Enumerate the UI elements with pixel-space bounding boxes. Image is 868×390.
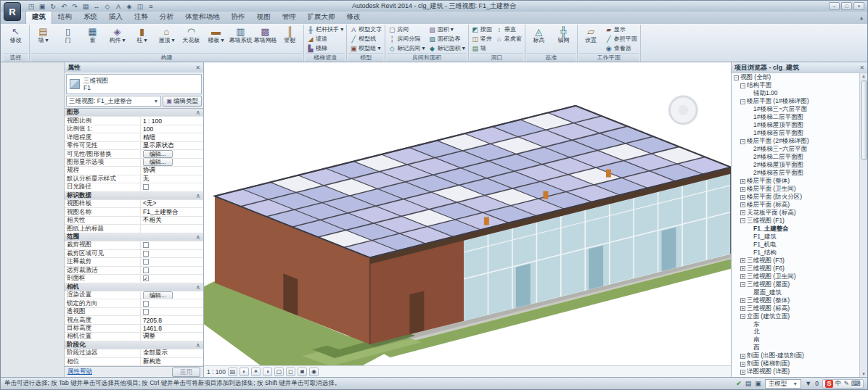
sync-icon[interactable]: ↻ [49, 2, 57, 11]
expand-icon[interactable]: + [740, 370, 745, 375]
ribbon-button-老虎窗[interactable]: ⌂老虎窗 [494, 34, 523, 43]
ribbon-button-模型文字[interactable]: A模型文字 [348, 25, 383, 34]
building-model[interactable] [215, 106, 731, 344]
ribbon-button-面积[interactable]: ▧面积 ▾ [427, 25, 467, 34]
collapse-icon[interactable]: − [740, 282, 745, 287]
browser-item-立面 (建筑立面)[interactable]: −立面 (建筑立面) [732, 312, 859, 320]
browser-item-北[interactable]: 北 [732, 328, 859, 336]
collapse-icon[interactable]: ∧ [196, 233, 203, 241]
crop-view-icon[interactable]: ▢ [274, 368, 284, 376]
drawing-area[interactable]: 1 : 100 ▤◐☀◑▢◻◙◉ [204, 62, 731, 377]
temporary-hide-icon[interactable]: ◙ [298, 368, 307, 376]
workset-status-icon[interactable]: ✔ [736, 380, 742, 387]
ribbon-button-查看器[interactable]: ◉查看器 [604, 43, 639, 53]
ribbon-tab-视图[interactable]: 视图 [251, 11, 277, 24]
browser-item-三维视图 (卫生间)[interactable]: +三维视图 (卫生间) [732, 273, 859, 281]
ribbon-tab-注释[interactable]: 注释 [128, 11, 154, 24]
ribbon-button-设置[interactable]: ▱设置 [579, 25, 603, 43]
property-value[interactable]: 新构造 [140, 358, 203, 365]
expand-icon[interactable]: + [740, 274, 745, 279]
browser-item-结构平面[interactable]: −结构平面 [732, 82, 859, 90]
scale-control[interactable]: 1 : 100 [207, 368, 226, 376]
browser-item-楼层平面 (2#楼梯详图)[interactable]: −楼层平面 (2#楼梯详图) [732, 138, 859, 146]
filter-icon[interactable]: ▼ [805, 380, 811, 387]
ribbon-button-构件[interactable]: ◈构件 ▾ [105, 25, 129, 43]
browser-item-剖面 (楼梯剖面)[interactable]: +剖面 (楼梯剖面) [732, 360, 859, 368]
expand-icon[interactable]: + [740, 258, 745, 263]
visual-style-icon[interactable]: ◐ [239, 368, 249, 376]
browser-item-三维视图 (F3)[interactable]: +三维视图 (F3) [732, 257, 859, 265]
expand-icon[interactable]: + [740, 202, 745, 207]
steering-wheel-widget[interactable] [669, 96, 697, 124]
expand-icon[interactable]: + [740, 195, 745, 200]
minimize-ribbon-icon[interactable]: ▴ [860, 14, 863, 21]
ribbon-button-标记面积[interactable]: ◆标记面积 ▾ [427, 43, 467, 53]
browser-item-2#楼梯二层平面图[interactable]: 2#楼梯二层平面图 [732, 154, 859, 162]
ribbon-button-轴网[interactable]: ╬轴网 [552, 25, 576, 43]
design-option-selector[interactable]: 主模型▼ [765, 379, 801, 389]
browser-item-F1_结构[interactable]: F1_结构 [732, 249, 859, 257]
property-value[interactable]: 全部显示 [140, 349, 203, 357]
3d-view-canvas[interactable] [204, 62, 731, 365]
browser-item-2#楼梯屋顶平面图[interactable]: 2#楼梯屋顶平面图 [732, 162, 859, 170]
browser-item-楼层平面 (卫生间)[interactable]: +楼层平面 (卫生间) [732, 186, 859, 194]
property-value[interactable]: 1461.8 [140, 325, 203, 332]
browser-item-1#楼梯屋顶平面图[interactable]: 1#楼梯屋顶平面图 [732, 122, 859, 130]
apply-button[interactable]: 应用 [172, 368, 200, 377]
ribbon-button-面积边界[interactable]: ▨面积边界 [427, 34, 467, 43]
ribbon-tab-扩展大师[interactable]: 扩展大师 [302, 11, 341, 24]
sun-path-icon[interactable]: ☀ [251, 368, 261, 376]
scroll-down-icon[interactable]: ▼ [861, 372, 866, 376]
ime-logo-icon[interactable]: S [825, 380, 833, 388]
keyboard-icon[interactable]: ⌨ [851, 380, 861, 387]
checkbox-unchecked[interactable] [143, 242, 149, 248]
edit-button[interactable]: 编辑... [143, 291, 173, 299]
browser-item-详图视图 (详图)[interactable]: +详图视图 (详图) [732, 368, 859, 376]
ribbon-button-标记房间[interactable]: ◇标记房间 ▾ [387, 43, 426, 53]
ribbon-tab-体量和场地[interactable]: 体量和场地 [179, 11, 226, 24]
ribbon-tab-协作[interactable]: 协作 [226, 11, 251, 24]
design-options-icon[interactable]: ▣ [755, 380, 761, 387]
ribbon-button-窗[interactable]: ▦窗 [81, 25, 105, 43]
checkbox-unchecked[interactable] [143, 301, 149, 307]
property-value[interactable]: <无> [140, 200, 203, 207]
collapse-icon[interactable]: − [740, 99, 745, 104]
property-value[interactable]: 编辑... [140, 291, 203, 299]
property-value[interactable]: 显示原状态 [140, 142, 203, 149]
browser-item-1#楼梯三~六层平面[interactable]: 1#楼梯三~六层平面 [732, 106, 859, 114]
ribbon-button-修改[interactable]: ↖修改 [4, 25, 28, 43]
crop-region-icon[interactable]: ◻ [286, 368, 295, 376]
property-value[interactable] [140, 299, 203, 307]
interior-door-1[interactable] [484, 217, 489, 225]
thin-lines-icon[interactable]: ≡ [147, 2, 155, 11]
collapse-icon[interactable]: − [734, 75, 739, 80]
scrollbar-thumb[interactable] [861, 80, 867, 160]
browser-item-视图 (全部)[interactable]: −视图 (全部) [732, 74, 859, 82]
minimize-icon[interactable]: – [829, 2, 840, 10]
property-value[interactable]: 调整 [140, 333, 203, 340]
browser-item-辅助1.00[interactable]: 辅助1.00 [732, 90, 859, 98]
tag-icon[interactable]: ◇ [103, 2, 112, 11]
browser-item-剖面 (出图-建筑剖面)[interactable]: +剖面 (出图-建筑剖面) [732, 352, 859, 360]
property-value[interactable]: 7205.8 [140, 316, 203, 323]
browser-item-2#楼梯首层平面图[interactable]: 2#楼梯首层平面图 [732, 170, 859, 178]
ribbon-button-按面[interactable]: ◩按面 [470, 25, 494, 34]
browser-item-2#楼梯三~六层平面[interactable]: 2#楼梯三~六层平面 [732, 146, 859, 154]
active-workset-icon[interactable]: ▤ [745, 380, 752, 387]
ribbon-tab-插入[interactable]: 插入 [103, 11, 128, 24]
open-icon[interactable]: ◳ [27, 2, 36, 11]
browser-item-F1_机电[interactable]: F1_机电 [732, 241, 859, 249]
browser-item-楼层平面 (整体)[interactable]: +楼层平面 (整体) [732, 178, 859, 186]
ribbon-button-模型线[interactable]: ╱模型线 [348, 34, 383, 43]
property-value[interactable]: 1 : 100 [140, 117, 203, 124]
application-menu-button[interactable]: R [4, 2, 21, 21]
browser-item-东[interactable]: 东 [732, 320, 859, 328]
expand-icon[interactable]: + [740, 362, 745, 367]
expand-icon[interactable]: + [740, 298, 745, 303]
collapse-icon[interactable]: ∧ [196, 341, 203, 349]
ribbon-tab-系统[interactable]: 系统 [78, 11, 103, 24]
ribbon-button-竖井[interactable]: ◫竖井 [470, 34, 494, 43]
browser-item-三维视图 (F6)[interactable]: +三维视图 (F6) [732, 265, 859, 273]
property-value[interactable] [140, 250, 203, 257]
ribbon-button-墙[interactable]: ▤墙 ▾ [31, 25, 55, 43]
